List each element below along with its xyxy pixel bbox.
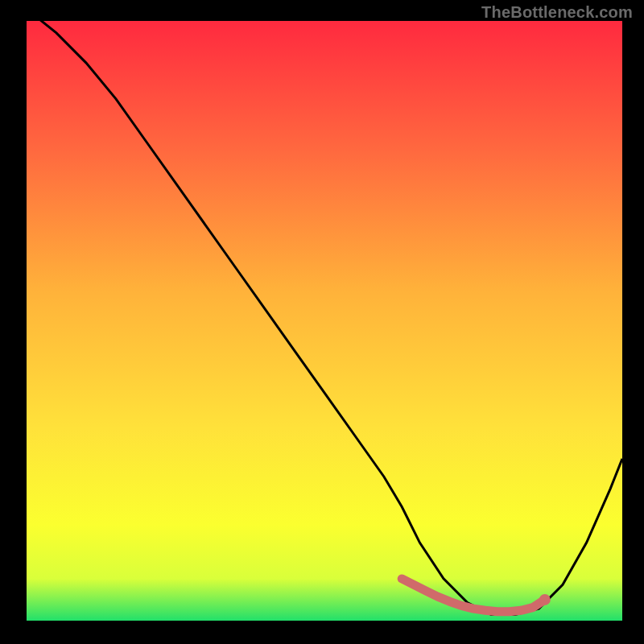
watermark-label: TheBottleneck.com bbox=[481, 3, 633, 22]
plot-area bbox=[27, 21, 622, 621]
chart-svg bbox=[27, 21, 622, 621]
chart-frame: TheBottleneck.com bbox=[0, 0, 644, 644]
gradient-background bbox=[27, 21, 622, 621]
optimal-range-end-dot bbox=[539, 594, 551, 605]
